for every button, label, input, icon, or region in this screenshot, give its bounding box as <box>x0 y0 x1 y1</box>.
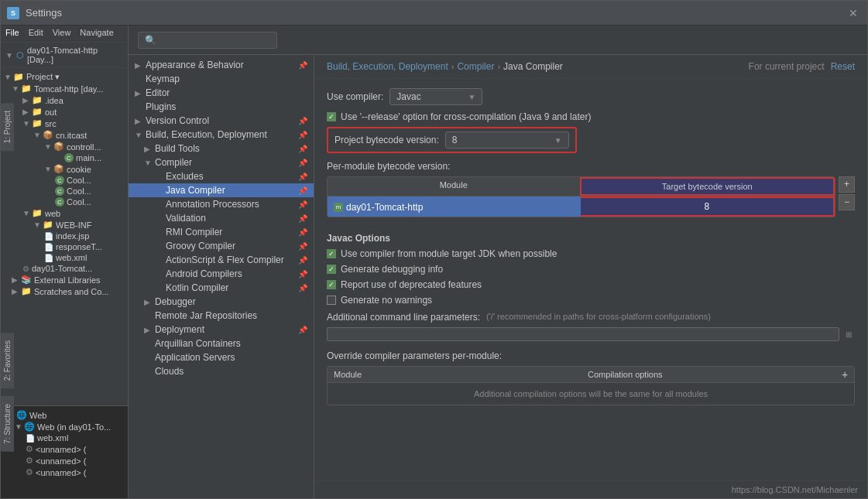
stree-plugins[interactable]: Plugins <box>129 100 314 114</box>
bottom-unnamed2[interactable]: ⚙ <unnamed> ( <box>4 455 125 467</box>
javac-opt4-checkbox[interactable] <box>327 296 336 305</box>
override-add-button[interactable]: + <box>835 367 854 382</box>
settings-search-input[interactable] <box>160 35 276 46</box>
stree-android[interactable]: Android Compilers 📌 <box>129 267 314 281</box>
menu-navigate[interactable]: Navigate <box>75 26 118 42</box>
javac-opt2-checkbox[interactable]: ✓ <box>327 265 336 274</box>
tree-responseT[interactable]: 📄 responseT... <box>1 241 128 252</box>
window-title: Settings <box>26 7 62 19</box>
use-compiler-label: Use compiler: <box>327 91 383 102</box>
stree-kotlin[interactable]: Kotlin Compiler 📌 <box>129 281 314 295</box>
tree-cool2[interactable]: C Cool... <box>1 186 128 197</box>
table-row[interactable]: m day01-Tomcat-http 8 <box>328 197 835 217</box>
tree-artifact[interactable]: ⚙ day01-Tomcat... <box>1 263 128 274</box>
stree-appearance[interactable]: ▶ Appearance & Behavior 📌 <box>129 58 314 72</box>
tree-indexjsp[interactable]: 📄 index.jsp <box>1 231 128 241</box>
settings-search-box[interactable]: 🔍 <box>138 32 277 49</box>
stree-deployment[interactable]: ▶ Deployment 📌 <box>129 323 314 337</box>
tree-out[interactable]: ▶ 📁 out <box>1 106 128 118</box>
stree-keymap[interactable]: Keymap <box>129 72 314 86</box>
close-button[interactable]: ✕ <box>846 5 861 21</box>
settings-form: Use compiler: Javac ▼ ✓ Use '--release <box>314 79 867 480</box>
tree-webxml[interactable]: 📄 web.xml <box>1 252 128 263</box>
tree-cool1[interactable]: C Cool... <box>1 175 128 186</box>
stree-build-tools[interactable]: ▶ Build Tools 📌 <box>129 142 314 156</box>
stree-rmi[interactable]: RMI Compiler 📌 <box>129 225 314 239</box>
project-bytecode-select[interactable]: 8 ▼ <box>445 132 569 149</box>
checkbox-check-icon: ✓ <box>328 113 335 121</box>
cross-compile-checkbox[interactable]: ✓ <box>327 112 336 121</box>
table-remove-button[interactable]: − <box>839 194 855 210</box>
additional-params-row: Additional command line parameters: ('/'… <box>327 312 855 323</box>
stree-validation[interactable]: Validation 📌 <box>129 211 314 225</box>
additional-params-label: Additional command line parameters: <box>327 312 480 323</box>
stree-java-compiler[interactable]: Java Compiler 📌 <box>129 183 314 197</box>
settings-content: Build, Execution, Deployment › Compiler … <box>314 55 867 498</box>
tree-controller[interactable]: ▼ 📦 controll... <box>1 141 128 152</box>
tree-idea[interactable]: ▶ 📁 .idea <box>1 94 128 106</box>
tree-webinf[interactable]: ▼ 📁 WEB-INF <box>1 219 128 231</box>
table-add-button[interactable]: + <box>839 176 855 193</box>
stree-remote-jar[interactable]: Remote Jar Repositories <box>129 309 314 323</box>
stree-clouds[interactable]: Clouds <box>129 364 314 378</box>
additional-params-input[interactable] <box>327 327 839 341</box>
javac-opt1-checkbox[interactable]: ✓ <box>327 249 336 258</box>
stree-vcs[interactable]: ▶ Version Control 📌 <box>129 114 314 128</box>
side-tabs-struct: 7: Structure <box>1 396 14 452</box>
title-bar-left: S Settings <box>7 7 62 19</box>
side-tab-favorites[interactable]: 2: Favorites <box>1 333 14 388</box>
check-icon-1: ✓ <box>328 250 335 258</box>
breadcrumb-part3: Java Compiler <box>503 61 563 72</box>
reset-button[interactable]: Reset <box>831 61 855 72</box>
menu-view[interactable]: View <box>48 26 76 42</box>
breadcrumb: Build, Execution, Deployment › Compiler … <box>327 61 563 72</box>
stree-arquillian[interactable]: Arquillian Containers <box>129 337 314 350</box>
tree-src[interactable]: ▼ 📁 src <box>1 118 128 129</box>
side-tab-project[interactable]: 1: Project <box>1 103 14 151</box>
side-tabs: 1: Project <box>1 103 14 152</box>
tree-scratches[interactable]: ▶ 📁 Scratches and Co... <box>1 285 128 297</box>
table-target-version: 8 <box>704 201 709 212</box>
tree-cool3[interactable]: C Cool... <box>1 197 128 207</box>
tree-cnitcast[interactable]: ▼ 📦 cn.itcast <box>1 129 128 141</box>
stree-excludes[interactable]: Excludes 📌 <box>129 169 314 183</box>
project-bytecode-label: Project bytecode version: <box>335 135 439 145</box>
breadcrumb-sep1: › <box>451 62 455 71</box>
breadcrumb-right: For current project Reset <box>749 61 855 72</box>
ide-file-tree: ▼ 📁 Project ▾ ▼ 📁 Tomcat-http [day... ▶ … <box>1 68 128 405</box>
side-tab-structure[interactable]: 7: Structure <box>1 396 14 452</box>
use-compiler-select[interactable]: Javac ▼ <box>389 88 482 105</box>
bottom-web[interactable]: ▼ 🌐 Web <box>4 409 125 421</box>
tree-cookie[interactable]: ▼ 📦 cookie <box>1 163 128 175</box>
settings-body: ▶ Appearance & Behavior 📌 Keymap ▶ Edito… <box>129 55 867 498</box>
stree-app-servers[interactable]: Application Servers <box>129 350 314 364</box>
module-icon: m <box>334 203 343 212</box>
stree-actionscript[interactable]: ActionScript & Flex Compiler 📌 <box>129 253 314 267</box>
tree-main[interactable]: ▶ C main... <box>1 152 128 163</box>
stree-compiler[interactable]: ▼ Compiler 📌 <box>129 156 314 169</box>
bottom-unnamed3[interactable]: ⚙ <unnamed> ( <box>4 467 125 478</box>
settings-header: 🔍 <box>129 26 867 55</box>
tree-external-libs[interactable]: ▶ 📚 External Libraries <box>1 274 128 285</box>
menu-edit[interactable]: Edit <box>24 26 48 42</box>
javac-opt1: ✓ Use compiler from module target JDK wh… <box>327 248 855 259</box>
watermark-bar: https://blog.CSDN.net/Michaenler <box>314 480 867 498</box>
stree-groovy[interactable]: Groovy Compiler 📌 <box>129 239 314 253</box>
tree-project[interactable]: ▼ 📁 Project ▾ <box>1 71 128 83</box>
stree-debugger[interactable]: ▶ Debugger <box>129 295 314 309</box>
javac-opt1-label: Use compiler from module target JDK when… <box>341 248 557 259</box>
javac-opt3-checkbox[interactable]: ✓ <box>327 280 336 289</box>
bottom-webxml[interactable]: 📄 web.xml <box>4 432 125 443</box>
javac-opt2: ✓ Generate debugging info <box>327 264 855 275</box>
stree-annotation[interactable]: Annotation Processors 📌 <box>129 197 314 211</box>
javac-opt4-label: Generate no warnings <box>341 295 432 306</box>
stree-editor[interactable]: ▶ Editor <box>129 86 314 100</box>
stree-build[interactable]: ▼ Build, Execution, Deployment 📌 <box>129 128 314 142</box>
tree-tomcat-root[interactable]: ▼ 📁 Tomcat-http [day... <box>1 83 128 94</box>
bottom-unnamed1[interactable]: ⚙ <unnamed> ( <box>4 443 125 455</box>
tree-web[interactable]: ▼ 📁 web <box>1 207 128 219</box>
cross-compile-row: ✓ Use '--release' option for cross-compi… <box>327 111 855 122</box>
use-compiler-value: Javac <box>396 91 420 102</box>
bottom-web-in[interactable]: ▼ 🌐 Web (in day01-To... <box>4 421 125 432</box>
menu-file[interactable]: File <box>1 26 24 42</box>
